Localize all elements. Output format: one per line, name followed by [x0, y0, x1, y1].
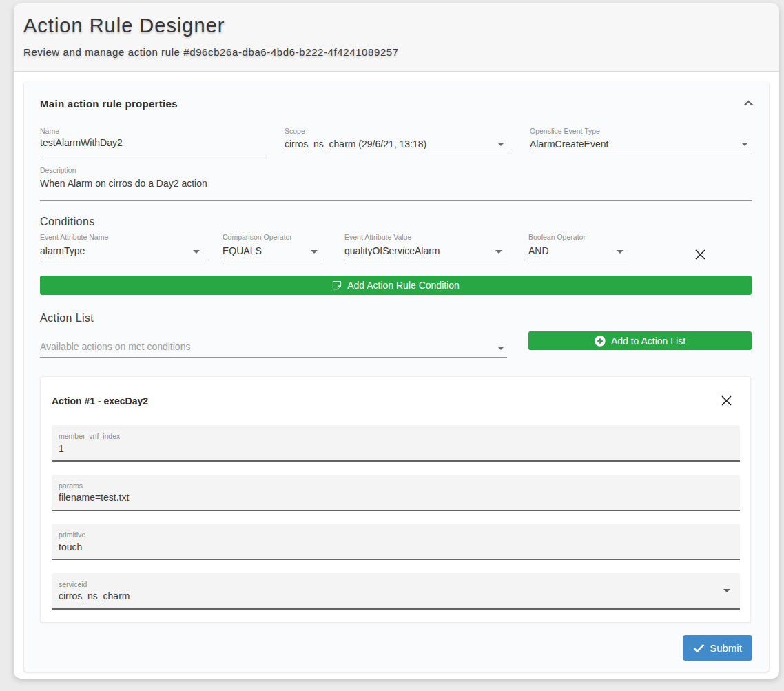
select-arrow-icon: [311, 250, 318, 254]
primitive-value: touch: [59, 542, 733, 553]
page-header: Action Rule Designer Review and manage a…: [14, 3, 779, 72]
sticky-note-icon: [332, 280, 342, 290]
close-icon: [721, 395, 732, 406]
event-attribute-name-select[interactable]: Event Attribute Name alarmType: [40, 233, 205, 260]
main-fields-row: Name testAlarmWithDay2 Scope cirros_ns_c…: [40, 127, 752, 156]
select-arrow-icon: [617, 250, 623, 254]
add-to-action-list-label: Add to Action List: [611, 336, 685, 347]
check-icon: [693, 643, 705, 652]
action-card: Action #1 - execDay2 member_vnf_index 1 …: [40, 376, 751, 623]
event-attribute-name-label: Event Attribute Name: [40, 233, 205, 241]
select-arrow-icon: [741, 143, 748, 146]
boolean-operator-label: Boolean Operator: [528, 233, 628, 241]
scope-label: Scope: [285, 127, 508, 135]
field-underline: [223, 260, 322, 260]
description-input-value: When Alarm on cirros do a Day2 action: [40, 178, 752, 189]
add-condition-button[interactable]: Add Action Rule Condition: [40, 276, 752, 295]
event-attribute-name-value: alarmType: [40, 245, 205, 256]
main-properties-card: Main action rule properties Name testAla…: [24, 82, 769, 672]
openslice-event-type-label: Openslice Event Type: [530, 127, 752, 135]
field-underline: [40, 357, 507, 358]
main-card-title: Main action rule properties: [40, 98, 178, 110]
add-to-action-list-button[interactable]: Add to Action List: [528, 331, 752, 350]
comparison-operator-label: Comparison Operator: [223, 233, 322, 241]
comparison-operator-select[interactable]: Comparison Operator EQUALS: [223, 233, 322, 260]
submit-row: Submit: [40, 635, 752, 661]
openslice-event-type-value: AlarmCreateEvent: [530, 138, 752, 149]
page-body: Main action rule properties Name testAla…: [14, 72, 779, 682]
member-vnf-index-label: member_vnf_index: [59, 432, 733, 440]
serviceid-value: cirros_ns_charm: [59, 590, 733, 601]
select-arrow-icon: [497, 143, 504, 146]
remove-condition-button[interactable]: [695, 249, 705, 260]
main-card-header: Main action rule properties: [40, 82, 752, 110]
available-actions-placeholder: Available actions on met conditions: [40, 341, 507, 352]
params-label: params: [59, 482, 733, 490]
submit-button[interactable]: Submit: [683, 635, 752, 661]
action-list-row: Available actions on met conditions Add …: [40, 329, 752, 358]
condition-row: Event Attribute Name alarmType Compariso…: [40, 233, 752, 260]
field-underline: [40, 156, 265, 156]
name-field[interactable]: Name testAlarmWithDay2: [40, 127, 265, 156]
event-attribute-value-select[interactable]: Event Attribute Value qualityOfServiceAl…: [344, 233, 507, 260]
params-value: filename=test.txt: [59, 492, 733, 503]
field-underline: [285, 154, 508, 154]
event-attribute-value-value: qualityOfServiceAlarm: [344, 245, 507, 256]
field-underline: [40, 200, 752, 201]
openslice-event-type-select[interactable]: Openslice Event Type AlarmCreateEvent: [530, 127, 752, 154]
field-underline: [528, 260, 628, 260]
plus-circle-icon: [595, 336, 606, 347]
primitive-label: primitive: [59, 530, 733, 539]
boolean-operator-select[interactable]: Boolean Operator AND: [528, 233, 628, 260]
submit-label: Submit: [710, 642, 742, 654]
select-arrow-icon: [495, 250, 502, 254]
action-card-header: Action #1 - execDay2: [52, 377, 740, 406]
description-field[interactable]: Description When Alarm on cirros do a Da…: [40, 166, 752, 201]
member-vnf-index-value: 1: [59, 443, 733, 454]
action-list-heading: Action List: [40, 312, 752, 324]
field-underline: [40, 260, 205, 260]
serviceid-label: serviceid: [59, 580, 733, 588]
select-arrow-icon: [193, 250, 200, 254]
params-field[interactable]: params filename=test.txt: [52, 475, 740, 511]
field-underline: [344, 260, 507, 260]
description-label: Description: [40, 166, 752, 174]
comparison-operator-value: EQUALS: [223, 245, 322, 256]
page-panel: Action Rule Designer Review and manage a…: [14, 3, 779, 679]
select-arrow-icon: [723, 589, 730, 592]
available-actions-select[interactable]: Available actions on met conditions: [40, 329, 507, 358]
action-card-title: Action #1 - execDay2: [52, 395, 148, 406]
field-underline: [530, 154, 752, 154]
scope-select[interactable]: Scope cirros_ns_charm (29/6/21, 13:18): [285, 127, 508, 154]
boolean-operator-value: AND: [528, 245, 628, 256]
event-attribute-value-label: Event Attribute Value: [344, 233, 507, 241]
add-condition-label: Add Action Rule Condition: [347, 280, 460, 291]
close-icon: [695, 249, 705, 260]
name-input-value: testAlarmWithDay2: [40, 137, 265, 148]
serviceid-select[interactable]: serviceid cirros_ns_charm: [52, 573, 740, 610]
select-arrow-icon: [497, 347, 504, 350]
remove-action-button[interactable]: [721, 395, 732, 406]
conditions-heading: Conditions: [40, 216, 752, 228]
primitive-field[interactable]: primitive touch: [52, 524, 740, 560]
page-title: Action Rule Designer: [23, 14, 770, 37]
page-subtitle: Review and manage action rule #d96cb26a-…: [23, 46, 770, 58]
chevron-up-icon: [743, 99, 754, 107]
collapse-button[interactable]: [743, 99, 754, 109]
member-vnf-index-field[interactable]: member_vnf_index 1: [52, 425, 740, 462]
name-label: Name: [40, 127, 265, 135]
scope-value: cirros_ns_charm (29/6/21, 13:18): [285, 138, 508, 149]
